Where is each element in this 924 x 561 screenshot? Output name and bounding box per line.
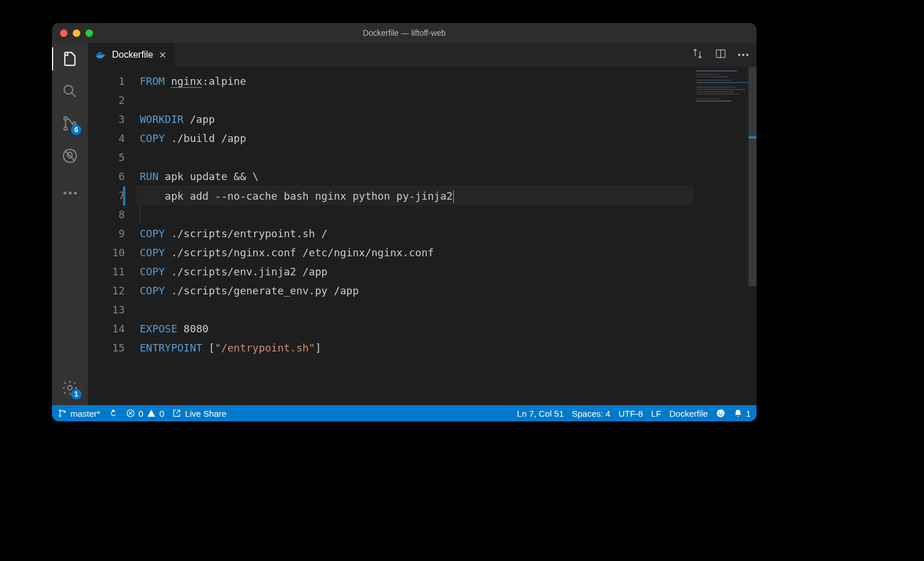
svg-point-16: [717, 409, 724, 417]
git-sync-status[interactable]: [109, 409, 118, 418]
code-line[interactable]: RUN apk update && \: [140, 167, 757, 186]
search-icon[interactable]: [61, 82, 79, 100]
code-content[interactable]: FROM nginx:alpineWORKDIR /appCOPY ./buil…: [136, 67, 757, 405]
svg-point-18: [721, 412, 722, 413]
svg-rect-8: [100, 54, 102, 55]
compare-changes-icon[interactable]: [692, 48, 703, 62]
tab-dockerfile[interactable]: Dockerfile ✕: [88, 43, 174, 67]
language-mode-status[interactable]: Dockerfile: [669, 409, 708, 418]
live-share-status[interactable]: Live Share: [172, 409, 226, 418]
code-line[interactable]: FROM nginx:alpine: [140, 72, 757, 91]
line-number-gutter: 123456789101112131415: [88, 67, 136, 405]
more-views-icon[interactable]: [61, 184, 79, 202]
more-actions-icon[interactable]: [738, 54, 748, 56]
svg-point-13: [59, 415, 61, 417]
split-editor-icon[interactable]: [715, 48, 726, 62]
editor-group: Dockerfile ✕ 123456789101112131415 FROM …: [88, 43, 757, 405]
status-bar: master* 0 0 Live Share Ln 7, Col 51 Spac…: [52, 405, 757, 421]
zoom-window-button[interactable]: [85, 29, 93, 37]
code-line[interactable]: COPY ./scripts/nginx.conf /etc/nginx/ngi…: [140, 243, 757, 262]
code-line[interactable]: COPY ./scripts/env.jinja2 /app: [140, 262, 757, 281]
titlebar: Dockerfile — liftoff-web: [52, 23, 757, 43]
problems-status[interactable]: 0 0: [126, 409, 165, 418]
code-line[interactable]: WORKDIR /app: [140, 110, 757, 129]
code-line[interactable]: ENTRYPOINT ["/entrypoint.sh"]: [140, 338, 757, 357]
minimize-window-button[interactable]: [73, 29, 80, 37]
svg-rect-10: [100, 52, 102, 53]
code-line[interactable]: [140, 91, 757, 110]
tab-label: Dockerfile: [112, 50, 153, 60]
activity-bar: 6 1: [52, 43, 88, 405]
feedback-icon[interactable]: [716, 409, 725, 418]
workbench: 6 1 Dockerfile: [52, 43, 757, 405]
svg-rect-6: [97, 54, 98, 55]
code-area[interactable]: 123456789101112131415 FROM nginx:alpineW…: [88, 67, 757, 405]
git-branch-status[interactable]: master*: [58, 409, 100, 418]
explorer-icon[interactable]: [61, 50, 79, 68]
svg-rect-9: [99, 52, 100, 53]
code-line[interactable]: apk add --no-cache bash nginx python py-…: [136, 186, 757, 205]
eol-status[interactable]: LF: [651, 409, 661, 418]
debug-disabled-icon[interactable]: [61, 147, 79, 165]
source-control-icon[interactable]: 6: [61, 114, 79, 133]
code-line[interactable]: [140, 205, 757, 224]
svg-point-17: [718, 412, 720, 413]
tab-bar: Dockerfile ✕: [88, 43, 757, 67]
docker-icon: [96, 51, 106, 59]
svg-rect-7: [99, 54, 100, 55]
svg-point-0: [64, 85, 73, 94]
minimap[interactable]: [693, 67, 757, 405]
close-window-button[interactable]: [60, 29, 68, 37]
cursor-position-status[interactable]: Ln 7, Col 51: [517, 409, 564, 418]
code-line[interactable]: EXPOSE 8080: [140, 319, 757, 338]
editor-actions: [692, 48, 757, 62]
svg-point-1: [64, 117, 68, 121]
settings-badge: 1: [71, 389, 81, 399]
scm-badge: 6: [71, 125, 81, 135]
code-line[interactable]: [140, 300, 757, 319]
code-line[interactable]: [140, 148, 757, 167]
indentation-status[interactable]: Spaces: 4: [572, 409, 610, 418]
vscode-window: Dockerfile — liftoff-web 6: [52, 23, 757, 421]
window-controls: [60, 29, 93, 37]
svg-point-2: [64, 127, 68, 130]
window-title: Dockerfile — liftoff-web: [52, 28, 757, 38]
code-line[interactable]: COPY ./build /app: [140, 129, 757, 148]
tab-close-icon[interactable]: ✕: [159, 50, 166, 61]
svg-point-5: [68, 386, 72, 390]
encoding-status[interactable]: UTF-8: [619, 409, 643, 418]
code-line[interactable]: COPY ./scripts/entrypoint.sh /: [140, 224, 757, 243]
code-line[interactable]: COPY ./scripts/generate_env.py /app: [140, 281, 757, 300]
settings-gear-icon[interactable]: 1: [61, 379, 79, 397]
svg-point-12: [59, 410, 61, 412]
vertical-scrollbar[interactable]: [748, 67, 757, 405]
notifications-status[interactable]: 1: [733, 409, 751, 418]
